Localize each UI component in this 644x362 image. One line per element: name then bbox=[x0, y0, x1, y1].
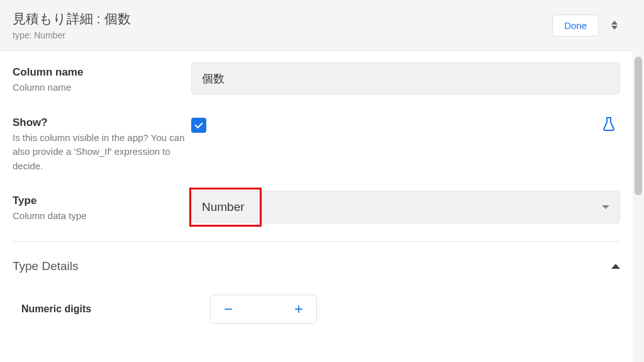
sort-icon[interactable] bbox=[609, 18, 620, 32]
field-control-column: Number bbox=[191, 191, 620, 223]
panel-subtitle: type: Number bbox=[13, 30, 131, 40]
stepper-minus-button[interactable]: − bbox=[211, 295, 246, 323]
check-icon bbox=[193, 120, 204, 131]
field-numeric-digits: Numeric digits − + bbox=[13, 295, 620, 324]
type-select-value: Number bbox=[202, 200, 245, 214]
column-name-input[interactable] bbox=[191, 62, 620, 94]
type-label: Type bbox=[13, 195, 191, 207]
type-details-title: Type Details bbox=[13, 259, 79, 273]
expression-flask-icon[interactable] bbox=[597, 113, 620, 138]
show-help: Is this column visible in the app? You c… bbox=[13, 131, 191, 174]
panel-header: 見積もり詳細 : 個数 type: Number Done bbox=[0, 0, 633, 51]
column-name-label: Column name bbox=[13, 66, 191, 79]
column-name-help: Column name bbox=[13, 81, 191, 95]
show-checkbox[interactable] bbox=[191, 118, 206, 133]
header-titles: 見積もり詳細 : 個数 type: Number bbox=[13, 10, 131, 40]
content-area: Column name Column name Show? Is this co… bbox=[0, 51, 633, 349]
scrollbar-thumb[interactable] bbox=[635, 57, 642, 195]
numeric-digits-label: Numeric digits bbox=[21, 303, 210, 315]
divider bbox=[13, 241, 620, 242]
header-actions: Done bbox=[552, 14, 620, 37]
stepper-plus-button[interactable]: + bbox=[281, 295, 316, 323]
type-select[interactable]: Number bbox=[191, 191, 620, 223]
field-control-column bbox=[191, 113, 620, 138]
field-control-column bbox=[191, 62, 620, 94]
type-help: Column data type bbox=[13, 209, 191, 223]
show-label: Show? bbox=[13, 116, 191, 129]
stepper-value bbox=[246, 295, 281, 323]
panel-title: 見積もり詳細 : 個数 bbox=[13, 10, 131, 28]
checkbox-wrap bbox=[191, 118, 206, 133]
field-type: Type Column data type Number bbox=[13, 191, 620, 223]
done-button[interactable]: Done bbox=[552, 14, 599, 37]
type-details-toggle[interactable]: Type Details bbox=[13, 253, 620, 280]
field-label-column: Type Column data type bbox=[13, 191, 191, 223]
field-show: Show? Is this column visible in the app?… bbox=[13, 113, 620, 174]
field-label-column: Show? Is this column visible in the app?… bbox=[13, 113, 191, 174]
chevron-down-icon bbox=[602, 205, 609, 209]
field-label-column: Column name Column name bbox=[13, 62, 191, 95]
numeric-digits-stepper: − + bbox=[210, 295, 317, 324]
select-wrap: Number bbox=[191, 191, 620, 223]
field-column-name: Column name Column name bbox=[13, 62, 620, 95]
scrollbar-track[interactable] bbox=[633, 0, 644, 362]
chevron-up-icon bbox=[611, 264, 620, 269]
